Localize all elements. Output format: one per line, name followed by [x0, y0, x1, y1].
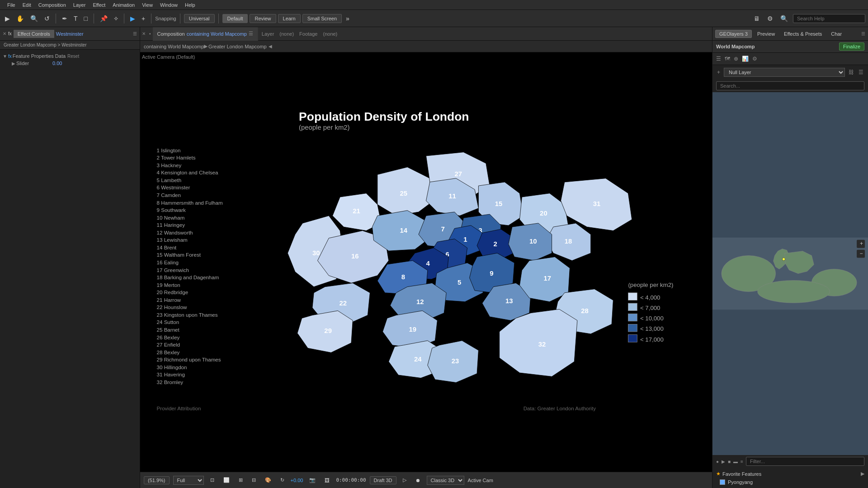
- bc-item1[interactable]: Greater London Mapcomp > Westminster: [4, 42, 87, 47]
- svg-text:24  Sutton: 24 Sutton: [157, 319, 179, 325]
- workspace-more[interactable]: »: [344, 14, 352, 23]
- expand-features-icon[interactable]: ▶: [861, 471, 864, 477]
- svg-rect-99: [628, 303, 637, 311]
- menu-view[interactable]: View: [138, 1, 156, 9]
- close-panel-icon[interactable]: ✕: [3, 31, 6, 36]
- comp-tabs: ✕ ▪ Composition containing World Mapcomp…: [140, 27, 712, 41]
- svg-text:9  Southwark: 9 Southwark: [157, 207, 186, 213]
- svg-text:15: 15: [495, 200, 503, 207]
- geo-icon-list[interactable]: ☰: [715, 55, 722, 63]
- favorite-features-header[interactable]: ★ Favorite Features ▶: [716, 469, 864, 478]
- quality-select[interactable]: FullHalfQuarter: [173, 476, 204, 485]
- guides-btn[interactable]: ⊟: [249, 476, 259, 484]
- search-help-input[interactable]: [793, 14, 865, 23]
- svg-text:10  Newham: 10 Newham: [157, 215, 185, 221]
- rotate-tool[interactable]: ↺: [42, 14, 52, 23]
- rpanel-effects[interactable]: Effects & Presets: [780, 30, 826, 38]
- workspace-learn[interactable]: Learn: [278, 14, 301, 23]
- color-correction-btn[interactable]: 🎨: [262, 476, 274, 484]
- render-btn[interactable]: ▷: [400, 476, 409, 484]
- breadcrumb-back[interactable]: ◀: [269, 44, 272, 49]
- svg-rect-97: [628, 293, 637, 300]
- expand-icon[interactable]: ▼: [3, 54, 7, 59]
- panel-menu-icon[interactable]: ☰: [133, 31, 137, 36]
- geo-icon-data[interactable]: 📊: [741, 55, 750, 63]
- grid-btn[interactable]: ⊞: [236, 476, 245, 484]
- puppet-tool[interactable]: ⟡: [112, 13, 120, 23]
- breadcrumb-comp1[interactable]: containing World Mapcomp: [144, 44, 204, 49]
- workspace-small-screen[interactable]: Small Screen: [302, 14, 342, 23]
- workspace-review[interactable]: Review: [250, 14, 276, 23]
- shape-tool[interactable]: □: [82, 14, 90, 23]
- filter-input[interactable]: [746, 457, 864, 466]
- slider-expand[interactable]: ▶: [12, 61, 15, 66]
- menu-composition[interactable]: Composition: [35, 1, 70, 9]
- rpanel-char[interactable]: Char: [827, 30, 845, 38]
- menu-help[interactable]: Help: [181, 1, 199, 9]
- snapshot-btn[interactable]: 📷: [307, 476, 318, 484]
- geo-icon-map[interactable]: 🗺: [724, 55, 731, 63]
- rpanel-preview[interactable]: Preview: [754, 30, 778, 38]
- svg-text:30  Hillingdon: 30 Hillingdon: [157, 365, 187, 370]
- viewport-canvas[interactable]: Active Camera (Default) Population Densi…: [140, 52, 712, 472]
- refresh-btn[interactable]: ↻: [278, 476, 287, 484]
- svg-text:14  Brent: 14 Brent: [157, 245, 177, 250]
- zoom-tool[interactable]: 🔍: [28, 14, 40, 23]
- svg-rect-105: [628, 335, 637, 343]
- right-panel: GEOlayers 3 Preview Effects & Presets Ch…: [712, 27, 868, 488]
- selection-tool[interactable]: ▶: [3, 14, 12, 23]
- region-of-interest-btn[interactable]: ⊡: [208, 476, 217, 484]
- show-snapshot-btn[interactable]: 🖼: [322, 477, 332, 484]
- reset-button[interactable]: Reset: [67, 54, 79, 59]
- layer-options-icon[interactable]: ☰: [858, 68, 864, 76]
- add-layer-icon[interactable]: +: [716, 68, 721, 76]
- toolbar-right: 🖥 ⚙ 🔍: [751, 14, 865, 23]
- pin-tool[interactable]: 📌: [98, 14, 110, 23]
- render-btn2[interactable]: ⏺: [413, 477, 423, 484]
- close-comp-icon[interactable]: ✕: [140, 31, 147, 36]
- play-btn[interactable]: ▶: [128, 14, 137, 23]
- zoom-level-btn[interactable]: (51.9%): [144, 476, 170, 484]
- text-tool[interactable]: T: [71, 14, 80, 23]
- ram-preview-indicator: +0.00: [291, 478, 303, 483]
- filter-row: ● ▶ ■ ▬ ≡: [712, 455, 868, 468]
- pen-tool[interactable]: ✒: [60, 14, 70, 23]
- finalize-button[interactable]: Finalize: [839, 42, 864, 51]
- geo-search-input[interactable]: [716, 81, 864, 90]
- svg-text:1  Islington: 1 Islington: [157, 148, 181, 153]
- menu-edit[interactable]: Edit: [19, 1, 35, 9]
- menu-effect[interactable]: Effect: [89, 1, 109, 9]
- null-layer-select[interactable]: Null Layer: [724, 68, 845, 77]
- add-btn[interactable]: +: [139, 14, 147, 23]
- comp-tab-main[interactable]: Composition containing World Mapcomp ☰: [153, 27, 258, 41]
- layer-chain-icon[interactable]: ⛓: [848, 68, 855, 76]
- effect-controls-tab[interactable]: Effect Controls: [14, 30, 54, 38]
- menu-layer[interactable]: Layer: [70, 1, 90, 9]
- search-icon[interactable]: 🔍: [778, 14, 790, 23]
- monitor-icon[interactable]: 🖥: [751, 14, 762, 23]
- svg-text:2  Tower Hamlets: 2 Tower Hamlets: [157, 155, 196, 160]
- menu-window[interactable]: Window: [156, 1, 181, 9]
- hand-tool[interactable]: ✋: [14, 14, 26, 23]
- workspace-universal[interactable]: Universal: [184, 14, 215, 23]
- settings-icon[interactable]: ⚙: [765, 14, 775, 23]
- menu-file[interactable]: File: [4, 1, 19, 9]
- feature-item-pyongyang[interactable]: Pyongyang: [716, 478, 864, 486]
- rpanel-menu-icon[interactable]: ☰: [861, 31, 865, 36]
- transparency-btn[interactable]: ⬜: [221, 476, 232, 484]
- svg-text:21: 21: [353, 207, 360, 215]
- geo-icon-settings[interactable]: ⚙: [751, 55, 758, 63]
- view-mode-select[interactable]: Classic 3DDraft 3D: [427, 476, 464, 485]
- workspace-default[interactable]: Default: [222, 14, 248, 23]
- layer-label: Layer: [262, 31, 274, 37]
- svg-text:20: 20: [540, 210, 547, 217]
- rpanel-geolayers[interactable]: GEOlayers 3: [715, 30, 752, 38]
- mini-map-view[interactable]: + −: [712, 92, 868, 455]
- menu-animation[interactable]: Animation: [109, 1, 138, 9]
- svg-text:26  Bexley: 26 Bexley: [157, 335, 180, 340]
- separator-1: [56, 14, 56, 23]
- comp-tab-menu[interactable]: ☰: [249, 31, 253, 37]
- geo-icon-layers[interactable]: ⊕: [733, 55, 739, 63]
- render-mode-btn[interactable]: Draft 3D: [370, 476, 396, 484]
- breadcrumb-comp2[interactable]: Greater London Mapcomp: [208, 44, 266, 49]
